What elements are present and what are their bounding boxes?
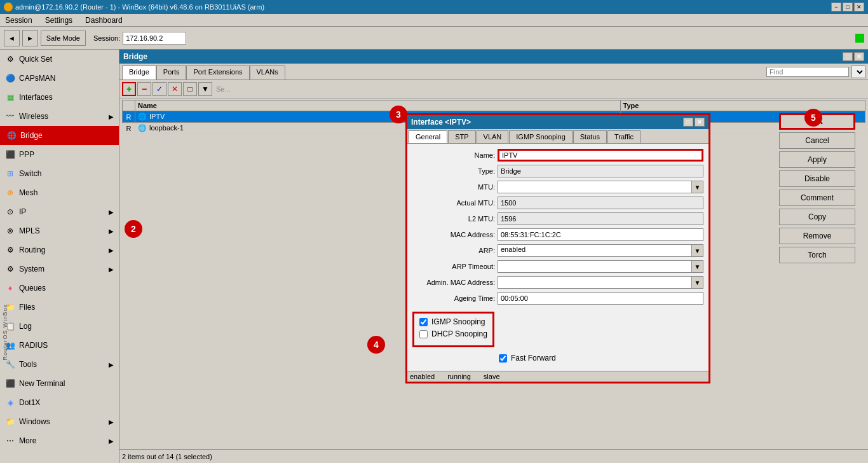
sidebar-label-more: More <box>19 436 36 445</box>
sidebar-item-interfaces[interactable]: ▦ Interfaces <box>0 88 119 107</box>
sidebar-label-new-terminal: New Terminal <box>19 379 65 388</box>
bridge-maximize-btn[interactable]: □ <box>843 52 853 61</box>
mtu-label: MTU: <box>412 183 495 191</box>
ageing-time-input[interactable] <box>498 292 703 305</box>
annotation-3: 3 <box>390 106 407 123</box>
admin-mac-arrow[interactable]: ▼ <box>691 277 703 288</box>
sidebar-label-log: Log <box>19 322 32 331</box>
arp-timeout-arrow[interactable]: ▼ <box>691 261 703 272</box>
sidebar-item-tools[interactable]: 🔧 Tools ▶ <box>0 355 119 374</box>
routing-icon: ⚙ <box>5 245 15 255</box>
dhcp-snooping-row: DHCP Snooping <box>419 329 487 338</box>
sidebar-item-new-terminal[interactable]: ⬛ New Terminal <box>0 374 119 393</box>
sidebar-item-log[interactable]: 📋 Log <box>0 317 119 336</box>
mtu-dropdown-arrow[interactable]: ▼ <box>691 181 703 193</box>
remove-button[interactable]: Remove <box>779 228 855 244</box>
routing-arrow: ▶ <box>109 247 114 254</box>
admin-mac-select[interactable]: ▼ <box>498 276 703 289</box>
copy-button[interactable]: Copy <box>779 209 855 225</box>
sidebar-item-windows[interactable]: 📁 Windows ▶ <box>0 412 119 431</box>
interface-tabs: General STP VLAN IGMP Snooping Status Tr… <box>407 129 709 144</box>
back-button[interactable]: ◄ <box>4 30 20 46</box>
enable-bridge-button[interactable]: ✓ <box>153 82 166 96</box>
bridge-tab-vlans[interactable]: VLANs <box>250 66 285 79</box>
mac-input[interactable] <box>498 228 703 241</box>
cancel-button[interactable]: Cancel <box>779 132 855 149</box>
tab-igmp-snooping[interactable]: IGMP Snooping <box>509 130 572 143</box>
sidebar-item-routing[interactable]: ⚙ Routing ▶ <box>0 240 119 259</box>
system-icon: ⚙ <box>5 264 15 274</box>
sidebar-item-queues[interactable]: ♦ Queues <box>0 279 119 298</box>
sidebar-label-capsman: CAPsMAN <box>19 74 55 83</box>
fast-forward-checkbox[interactable] <box>499 354 507 363</box>
filter-bridge-button[interactable]: ▼ <box>198 82 212 96</box>
bridge-find-input[interactable] <box>766 67 849 77</box>
sidebar-label-switch: Switch <box>19 169 41 178</box>
dhcp-snooping-checkbox[interactable] <box>419 330 428 338</box>
sidebar-item-dot1x[interactable]: ◈ Dot1X <box>0 393 119 412</box>
title-bar-controls: − □ ✕ <box>831 3 864 11</box>
igmp-snooping-checkbox[interactable] <box>419 318 428 326</box>
close-button[interactable]: ✕ <box>854 3 864 11</box>
sidebar-label-wireless: Wireless <box>19 112 48 121</box>
sidebar-item-files[interactable]: 📁 Files <box>0 298 119 317</box>
sidebar-item-mesh[interactable]: ⊕ Mesh <box>0 183 119 202</box>
add-bridge-button[interactable]: + <box>122 82 136 96</box>
sidebar-item-switch[interactable]: ⊞ Switch <box>0 164 119 183</box>
bridge-tab-ports[interactable]: Ports <box>156 66 187 79</box>
tab-traffic[interactable]: Traffic <box>607 130 641 143</box>
disable-button[interactable]: Disable <box>779 170 855 187</box>
menu-dashboard[interactable]: Dashboard <box>83 16 125 25</box>
arp-dropdown-arrow[interactable]: ▼ <box>691 245 703 256</box>
sidebar-label-quick-set: Quick Set <box>19 55 52 64</box>
interfaces-icon: ▦ <box>5 92 15 102</box>
bridge-tab-bridge[interactable]: Bridge <box>122 66 156 79</box>
bridge-tab-port-extensions[interactable]: Port Extensions <box>186 66 249 79</box>
bridge-close-btn[interactable]: ✕ <box>854 52 864 61</box>
session-input[interactable] <box>123 32 186 45</box>
tab-general[interactable]: General <box>409 130 447 143</box>
sidebar-item-system[interactable]: ⚙ System ▶ <box>0 259 119 279</box>
sidebar-item-more[interactable]: ⋯ More ▶ <box>0 431 119 450</box>
remove-bridge-button[interactable]: − <box>137 82 151 96</box>
maximize-button[interactable]: □ <box>843 3 853 11</box>
switch-icon: ⊞ <box>5 169 15 179</box>
copy-bridge-button[interactable]: □ <box>183 82 197 96</box>
menu-bar: Session Settings Dashboard <box>0 14 868 27</box>
connection-indicator <box>855 34 864 43</box>
tab-status[interactable]: Status <box>573 130 607 143</box>
more-arrow: ▶ <box>109 438 114 445</box>
minimize-button[interactable]: − <box>831 3 841 11</box>
mtu-select[interactable]: ▼ <box>498 181 703 193</box>
menu-settings[interactable]: Settings <box>43 16 75 25</box>
type-input <box>498 165 703 177</box>
sidebar-item-capsman[interactable]: 🔵 CAPsMAN <box>0 69 119 88</box>
sidebar-item-wireless[interactable]: 〰 Wireless ▶ <box>0 107 119 126</box>
tab-stp[interactable]: STP <box>448 130 475 143</box>
interface-close-btn[interactable]: ✕ <box>695 118 705 127</box>
safe-mode-button[interactable]: Safe Mode <box>41 31 86 46</box>
toolbar: ◄ ► Safe Mode Session: <box>0 27 868 50</box>
torch-button[interactable]: Torch <box>779 247 855 263</box>
arp-timeout-select[interactable]: ▼ <box>498 260 703 273</box>
sidebar-item-radius[interactable]: 👥 RADIUS <box>0 336 119 355</box>
capsman-icon: 🔵 <box>5 73 15 83</box>
name-input[interactable] <box>498 149 703 162</box>
disable-bridge-button[interactable]: ✕ <box>168 82 182 96</box>
mpls-arrow: ▶ <box>109 228 114 235</box>
bridge-find-select[interactable] <box>851 66 865 78</box>
sidebar-item-quick-set[interactable]: ⚙ Quick Set <box>0 50 119 69</box>
form-row-ageing-time: Ageing Time: <box>412 292 703 305</box>
arp-select[interactable]: enabled ▼ <box>498 244 703 257</box>
menu-session[interactable]: Session <box>3 16 35 25</box>
tab-vlan[interactable]: VLAN <box>477 130 509 143</box>
interface-maximize-btn[interactable]: □ <box>683 118 693 127</box>
comment-button[interactable]: Comment <box>779 190 855 206</box>
sidebar-item-mpls[interactable]: ⊗ MPLS ▶ <box>0 221 119 240</box>
sidebar-item-ip[interactable]: ⊙ IP ▶ <box>0 202 119 221</box>
forward-button[interactable]: ► <box>22 30 38 46</box>
sidebar-item-ppp[interactable]: ⬛ PPP <box>0 145 119 164</box>
apply-button[interactable]: Apply <box>779 151 855 168</box>
sidebar-item-bridge[interactable]: 🌐 Bridge <box>0 126 119 145</box>
queues-icon: ♦ <box>5 283 15 293</box>
